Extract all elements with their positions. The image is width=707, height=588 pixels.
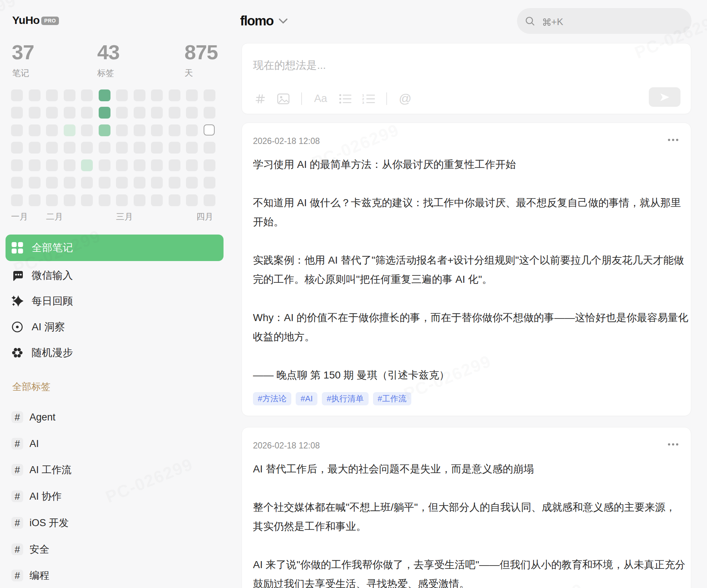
svg-text:3: 3 bbox=[362, 101, 364, 104]
